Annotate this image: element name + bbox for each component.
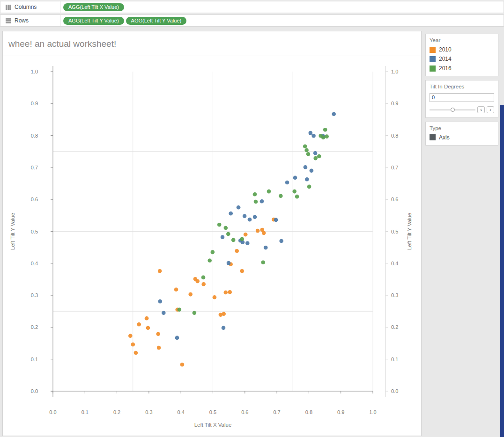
slider-thumb[interactable] bbox=[451, 108, 455, 112]
scatter-mark-2016[interactable] bbox=[261, 261, 265, 265]
scatter-mark-2016[interactable] bbox=[226, 232, 230, 236]
legend-label-2010: 2010 bbox=[439, 46, 452, 53]
parameter-input[interactable] bbox=[430, 93, 494, 102]
axis-tick-label: 0.0 bbox=[391, 388, 398, 394]
scatter-mark-2014[interactable] bbox=[309, 131, 313, 135]
scatter-mark-2014[interactable] bbox=[222, 326, 226, 330]
scatter-mark-2014[interactable] bbox=[274, 218, 278, 222]
scatter-mark-2016[interactable] bbox=[292, 189, 296, 194]
scatter-mark-2016[interactable] bbox=[279, 194, 283, 198]
parameter-slider[interactable] bbox=[430, 108, 475, 112]
slider-decrement-button[interactable]: ‹ bbox=[477, 106, 485, 113]
scatter-mark-2016[interactable] bbox=[321, 135, 326, 139]
scatter-mark-2010[interactable] bbox=[213, 295, 217, 299]
scatter-mark-2014[interactable] bbox=[313, 151, 318, 155]
scatter-mark-2010[interactable] bbox=[137, 322, 141, 327]
scatter-mark-2010[interactable] bbox=[224, 291, 228, 295]
scatter-mark-2016[interactable] bbox=[211, 250, 215, 255]
scatter-mark-2016[interactable] bbox=[208, 258, 212, 262]
scatter-mark-2016[interactable] bbox=[317, 154, 321, 159]
scatter-mark-2014[interactable] bbox=[279, 239, 283, 243]
scatter-mark-2010[interactable] bbox=[240, 269, 244, 273]
pill-agg-left-tilt-y-value-1[interactable]: AGG(Left Tilt Y Value) bbox=[63, 17, 124, 25]
scatter-mark-2014[interactable] bbox=[253, 215, 257, 219]
scatter-mark-2014[interactable] bbox=[264, 246, 268, 250]
scatter-mark-2014[interactable] bbox=[162, 311, 166, 315]
legend-item-2016[interactable]: 2016 bbox=[430, 65, 494, 72]
scatter-mark-2010[interactable] bbox=[146, 326, 150, 330]
scatter-mark-2014[interactable] bbox=[221, 235, 225, 240]
scatter-mark-2016[interactable] bbox=[267, 189, 271, 194]
rows-shelf[interactable]: Rows AGG(Left Tilt Y Value) AGG(Left Til… bbox=[0, 15, 504, 27]
axis-tick-label: 0.0 bbox=[31, 388, 38, 394]
axis-tick-label: 0.2 bbox=[391, 324, 398, 330]
rows-pill-area[interactable]: AGG(Left Tilt Y Value) AGG(Left Tilt Y V… bbox=[60, 17, 186, 25]
scatter-mark-2010[interactable] bbox=[156, 332, 160, 336]
scatter-mark-2010[interactable] bbox=[201, 282, 206, 286]
scatter-mark-2010[interactable] bbox=[262, 231, 266, 235]
scatter-mark-2014[interactable] bbox=[229, 211, 233, 216]
scatter-mark-2010[interactable] bbox=[131, 342, 135, 347]
scatter-mark-2016[interactable] bbox=[193, 311, 197, 315]
scatter-mark-2010[interactable] bbox=[157, 346, 161, 350]
scatter-mark-2016[interactable] bbox=[306, 152, 311, 156]
scatter-mark-2010[interactable] bbox=[128, 334, 133, 338]
scatter-mark-2016[interactable] bbox=[325, 134, 329, 138]
pill-agg-left-tilt-y-value-2[interactable]: AGG(Left Tilt Y Value) bbox=[126, 17, 187, 25]
legend-item-2014[interactable]: 2014 bbox=[430, 56, 494, 62]
scatter-mark-2014[interactable] bbox=[293, 176, 297, 180]
axis-tick-label: 0.1 bbox=[391, 357, 398, 362]
scatter-mark-2014[interactable] bbox=[245, 241, 250, 246]
scatter-mark-2010[interactable] bbox=[244, 233, 248, 237]
axis-tick-label: 0.8 bbox=[31, 133, 38, 138]
scatter-mark-2010[interactable] bbox=[180, 363, 185, 367]
scatter-mark-2016[interactable] bbox=[224, 226, 228, 230]
scatter-mark-2014[interactable] bbox=[304, 165, 308, 169]
slider-increment-button[interactable]: › bbox=[487, 106, 494, 113]
scatter-mark-2014[interactable] bbox=[311, 134, 316, 138]
scatter-mark-2016[interactable] bbox=[254, 200, 258, 204]
scatter-plot[interactable]: 0.00.10.20.30.40.50.60.70.80.91.00.00.00… bbox=[3, 56, 422, 437]
scatter-mark-2016[interactable] bbox=[323, 128, 327, 132]
scatter-mark-2010[interactable] bbox=[174, 288, 178, 292]
scatter-mark-2016[interactable] bbox=[295, 195, 299, 199]
legend-item-2010[interactable]: 2010 bbox=[430, 46, 494, 53]
columns-pill-area[interactable]: AGG(Left Tilt X Value) bbox=[60, 3, 124, 11]
scatter-mark-2016[interactable] bbox=[313, 156, 318, 160]
scatter-mark-2016[interactable] bbox=[253, 192, 257, 197]
scatter-mark-2010[interactable] bbox=[235, 249, 239, 253]
scatter-mark-2010[interactable] bbox=[222, 312, 226, 316]
scatter-mark-2010[interactable] bbox=[256, 229, 260, 233]
scatter-mark-2010[interactable] bbox=[145, 316, 149, 320]
scatter-mark-2016[interactable] bbox=[231, 238, 236, 242]
scatter-mark-2010[interactable] bbox=[134, 351, 138, 355]
scatter-mark-2014[interactable] bbox=[305, 177, 309, 182]
scatter-mark-2016[interactable] bbox=[201, 276, 206, 280]
scatter-mark-2014[interactable] bbox=[158, 299, 163, 304]
scatter-mark-2016[interactable] bbox=[304, 148, 309, 153]
scatter-mark-2010[interactable] bbox=[188, 292, 193, 297]
pill-agg-left-tilt-x-value[interactable]: AGG(Left Tilt X Value) bbox=[63, 3, 124, 11]
scatter-mark-2010[interactable] bbox=[228, 290, 232, 294]
scatter-mark-2014[interactable] bbox=[227, 261, 231, 265]
scatter-mark-2010[interactable] bbox=[195, 279, 200, 284]
scatter-mark-2014[interactable] bbox=[260, 199, 264, 204]
scatter-mark-2016[interactable] bbox=[240, 237, 244, 241]
scatter-mark-2014[interactable] bbox=[310, 168, 314, 173]
axis-tick-label: 0.6 bbox=[391, 197, 398, 202]
scatter-mark-2016[interactable] bbox=[307, 185, 311, 189]
scatter-mark-2014[interactable] bbox=[285, 181, 289, 185]
scatter-mark-2016[interactable] bbox=[303, 145, 307, 149]
scatter-mark-2014[interactable] bbox=[332, 112, 336, 117]
scatter-mark-2014[interactable] bbox=[237, 205, 241, 210]
scatter-mark-2014[interactable] bbox=[248, 218, 252, 222]
legend-item-axis[interactable]: Axis bbox=[430, 134, 494, 141]
columns-shelf[interactable]: Columns AGG(Left Tilt X Value) bbox=[0, 1, 504, 13]
scatter-mark-2014[interactable] bbox=[175, 336, 179, 340]
scatter-mark-2014[interactable] bbox=[243, 214, 247, 218]
axis-tick-label: 0.7 bbox=[273, 409, 280, 415]
scatter-mark-2010[interactable] bbox=[158, 269, 162, 273]
scatter-mark-2016[interactable] bbox=[217, 223, 222, 227]
scatter-mark-2016[interactable] bbox=[178, 308, 182, 312]
rows-shelf-label: Rows bbox=[15, 17, 29, 24]
